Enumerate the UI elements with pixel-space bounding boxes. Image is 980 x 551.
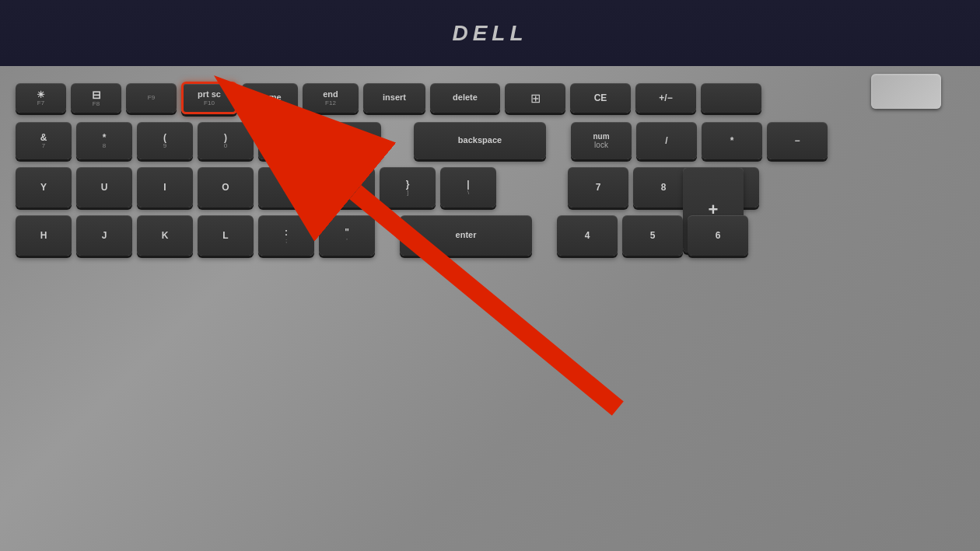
key-np-6[interactable]: 6 (688, 215, 748, 256)
key-np-4[interactable]: 4 (557, 215, 618, 256)
key-np-star[interactable]: * (702, 122, 762, 159)
key-f9[interactable]: F9 (126, 83, 177, 113)
laptop-body: DELL ☀ F7 ⊟ F8 F9 prt sc F10 (0, 0, 980, 551)
key-paren-0[interactable]: ) 0 (198, 122, 254, 159)
key-np-slash[interactable]: / (636, 122, 697, 159)
key-h[interactable]: H (16, 215, 72, 256)
key-j[interactable]: J (76, 215, 132, 256)
key-plusminus[interactable]: +/− (635, 83, 696, 113)
arrow-annotation (218, 113, 801, 455)
key-paren-9[interactable]: ( 9 (137, 122, 193, 159)
key-k[interactable]: K (137, 215, 193, 256)
key-u[interactable]: U (76, 167, 132, 207)
key-backspace[interactable]: backspace (414, 122, 546, 159)
key-star-8[interactable]: * 8 (76, 122, 132, 159)
key-underscore-minus[interactable]: _ − (258, 122, 314, 159)
key-pipe-backslash[interactable]: | \ (440, 167, 496, 207)
top-bar: DELL (0, 0, 980, 66)
key-colon-semicolon[interactable]: : ; (258, 215, 314, 256)
key-f7[interactable]: ☀ F7 (16, 83, 66, 113)
key-o[interactable]: O (198, 167, 254, 207)
key-calc[interactable]: ⊞ (505, 83, 565, 113)
key-i[interactable]: I (137, 167, 193, 207)
key-prtsc[interactable]: prt sc F10 (181, 82, 237, 114)
key-bracket-open[interactable]: { [ (319, 167, 375, 207)
dell-logo: DELL (452, 21, 527, 46)
key-bracket-close[interactable]: } ] (380, 167, 436, 207)
key-y[interactable]: Y (16, 167, 72, 207)
key-amp-7[interactable]: & 7 (16, 122, 72, 159)
key-home[interactable]: home (242, 83, 298, 113)
key-blank-right[interactable] (701, 83, 761, 113)
key-delete[interactable]: delete (430, 83, 500, 113)
key-l[interactable]: L (198, 215, 254, 256)
key-np-5[interactable]: 5 (622, 215, 683, 256)
key-enter[interactable]: enter (400, 215, 532, 256)
key-ce[interactable]: CE (570, 83, 631, 113)
key-p[interactable]: P (258, 167, 314, 207)
key-np-minus[interactable]: − (767, 122, 828, 159)
key-f8[interactable]: ⊟ F8 (71, 83, 121, 113)
key-insert[interactable]: insert (363, 83, 425, 113)
key-blank2[interactable] (319, 122, 381, 159)
key-quote[interactable]: " ' (319, 215, 375, 256)
key-numlock[interactable]: num lock (571, 122, 632, 159)
keyboard-area: ☀ F7 ⊟ F8 F9 prt sc F10 home end F12 (0, 66, 980, 551)
key-np-7[interactable]: 7 (568, 167, 628, 207)
power-button-area[interactable] (871, 74, 941, 109)
key-end[interactable]: end F12 (303, 83, 359, 113)
